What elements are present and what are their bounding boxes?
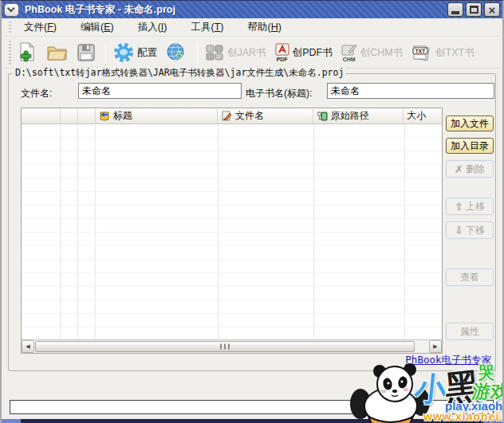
toolbar-separator — [197, 42, 198, 63]
menu-file[interactable]: 文件(F) — [14, 18, 66, 36]
file-table: 标题 文件名 — [21, 108, 443, 354]
close-button[interactable]: × — [484, 2, 500, 17]
file-name-label: 文件名: — [21, 87, 52, 100]
web-button[interactable] — [163, 41, 191, 65]
path-column-icon — [317, 111, 328, 121]
save-button[interactable] — [73, 41, 99, 64]
add-file-button[interactable]: 加入文件 — [446, 116, 494, 131]
project-path-label: D:\soft\txt转jar格式转换器\JAR电子书转换器\jar文件生成\未… — [13, 67, 346, 79]
open-project-button[interactable] — [43, 41, 71, 64]
file-list-body[interactable] — [22, 124, 442, 339]
maximize-button[interactable] — [466, 2, 482, 17]
column-header-title[interactable]: 标题 — [96, 108, 218, 124]
scrollbar-thumb[interactable] — [35, 341, 415, 352]
create-chm-button: CHM 创CHM书 — [338, 41, 406, 64]
menubar-gripper — [9, 22, 11, 33]
titlebar[interactable]: PhBook 电子书专家 - 未命名.proj × — [2, 1, 502, 18]
create-pdf-label: 创PDF书 — [293, 46, 333, 60]
book-title-input[interactable] — [327, 83, 494, 99]
minimize-icon — [451, 11, 459, 14]
grid-line — [404, 124, 405, 339]
chevron-down-icon — [7, 4, 15, 12]
move-up-button: ⇧上移 — [446, 198, 494, 215]
arrow-down-icon: ⇩ — [455, 225, 463, 236]
open-folder-icon — [46, 43, 68, 62]
column-header-blank1[interactable] — [61, 108, 78, 124]
pdf-icon: PDF — [275, 43, 289, 62]
chm-icon: CHM — [341, 43, 357, 62]
svg-text:TXT: TXT — [415, 49, 425, 54]
table-header: 标题 文件名 — [22, 108, 442, 124]
window-title: PhBook 电子书专家 - 未命名.proj — [25, 3, 447, 17]
maximize-icon — [470, 6, 478, 14]
minimize-button[interactable] — [447, 2, 463, 17]
menu-tools[interactable]: 工具(T) — [182, 18, 234, 36]
grid-line — [313, 124, 314, 339]
grid-line — [77, 124, 78, 339]
toolbar-gripper — [9, 41, 11, 65]
window-controls: × — [447, 2, 500, 17]
app-body: 文件(F) 编辑(E) 插入(I) 工具(T) 帮助(H) — [3, 18, 501, 419]
save-icon — [77, 43, 96, 62]
menu-insert[interactable]: 插入(I) — [128, 18, 177, 36]
toolbar-separator — [105, 42, 106, 63]
scroll-right-button[interactable]: ▶ — [429, 340, 442, 353]
app-window: PhBook 电子书专家 - 未命名.proj × 文件(F) 编辑(E) 插入… — [0, 0, 504, 423]
project-groupbox: D:\soft\txt转jar格式转换器\JAR电子书转换器\jar文件生成\未… — [8, 73, 496, 371]
globe-download-icon — [166, 42, 187, 64]
add-directory-button[interactable]: 加入目录 — [446, 138, 494, 154]
thumb-grip-icon — [220, 344, 230, 350]
config-button[interactable]: 配置 — [110, 41, 160, 65]
column-header-size[interactable]: 大小 — [404, 108, 442, 124]
jar-book-icon — [205, 44, 224, 61]
create-jar-button: 创JAR书 — [202, 42, 270, 63]
grid-line — [95, 124, 96, 339]
create-txt-button: TXT 创TXT书 — [408, 42, 478, 63]
window-bottom-frame — [2, 419, 502, 423]
phbook-link[interactable]: PhBook电子书专家 — [405, 354, 491, 367]
menu-help[interactable]: 帮助(H) — [238, 18, 290, 36]
new-project-button[interactable] — [14, 41, 41, 65]
menu-edit[interactable]: 编辑(E) — [71, 18, 124, 36]
delete-button: ✗删除 — [446, 160, 494, 178]
create-pdf-button[interactable]: PDF 创PDF书 — [272, 41, 336, 64]
create-chm-label: 创CHM书 — [360, 46, 403, 60]
close-icon: × — [489, 4, 496, 16]
create-txt-label: 创TXT书 — [435, 46, 474, 60]
horizontal-scrollbar[interactable]: ◀ ▶ — [22, 339, 442, 353]
config-label: 配置 — [137, 46, 157, 60]
column-header-path[interactable]: 原始路径 — [313, 108, 404, 124]
file-name-input[interactable] — [78, 83, 242, 99]
frame-corner-left[interactable] — [2, 419, 21, 423]
column-header-filename[interactable]: 文件名 — [218, 108, 313, 124]
frame-corner-right[interactable] — [483, 419, 502, 423]
filename-column-icon — [221, 111, 232, 121]
window-menu-icon[interactable] — [4, 3, 19, 17]
new-file-icon — [18, 42, 37, 63]
view-button: 查看 — [446, 268, 494, 286]
arrow-up-icon: ⇧ — [455, 202, 463, 212]
column-header-blank2[interactable] — [78, 108, 96, 124]
move-down-button: ⇩下移 — [446, 221, 494, 239]
grid-line — [218, 124, 219, 339]
create-jar-label: 创JAR书 — [227, 46, 266, 60]
txt-icon: TXT — [411, 44, 432, 61]
properties-button: 属性 — [446, 323, 494, 340]
column-header-rownum[interactable] — [22, 108, 61, 124]
title-column-icon — [99, 111, 110, 121]
toolbar: 配置 创JAR书 — [3, 37, 501, 69]
gear-icon — [113, 42, 134, 63]
book-title-label: 电子书名(标题): — [246, 87, 312, 100]
scroll-left-button[interactable]: ◀ — [22, 340, 34, 353]
menubar: 文件(F) 编辑(E) 插入(I) 工具(T) 帮助(H) — [3, 18, 501, 37]
progress-bar — [10, 400, 494, 414]
delete-x-icon: ✗ — [455, 164, 463, 174]
grid-line — [60, 124, 61, 339]
